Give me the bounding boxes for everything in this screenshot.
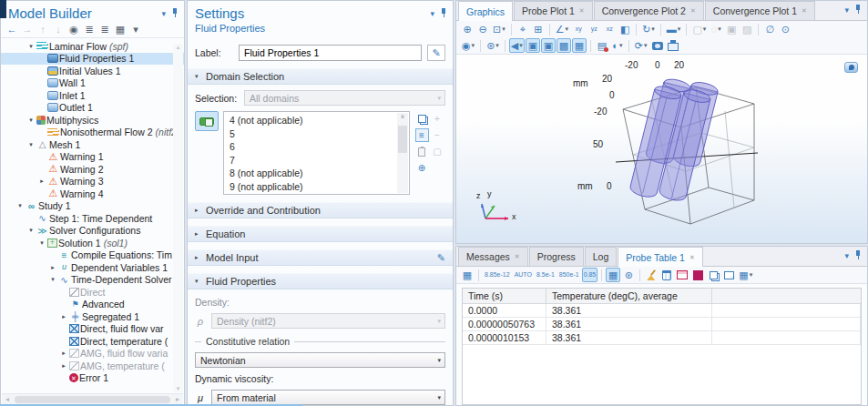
mb-tool-move-down[interactable]: ↓ bbox=[51, 22, 66, 36]
tree-item-warning-1[interactable]: Warning 1 bbox=[1, 151, 184, 164]
tree-item-direct-temperature[interactable]: Direct, temperature ( bbox=[1, 335, 184, 348]
domain-list-item[interactable]: 9 (not applicable) bbox=[224, 180, 396, 194]
table-row[interactable]: 0.00000050763 38.361 bbox=[463, 318, 861, 331]
scroll-up-icon[interactable]: ▴ bbox=[173, 44, 183, 51]
domain-list[interactable]: ▴ ▾ 4 (not applicable) 5 6 7 8 (not appl… bbox=[223, 111, 410, 195]
expander-icon[interactable]: ▾ bbox=[26, 43, 36, 50]
tree-item-inlet-1[interactable]: Inlet 1 bbox=[1, 89, 184, 102]
scroll-left-icon[interactable]: ◂ bbox=[2, 395, 13, 403]
tree-item-error-1[interactable]: Error 1 bbox=[1, 372, 184, 385]
tree-item-amg-fluid-flow[interactable]: ▸ AMG, fluid flow varia bbox=[1, 348, 184, 360]
selection-tool-create-selection[interactable] bbox=[415, 112, 429, 126]
tree-item-outlet-1[interactable]: Outlet 1 bbox=[1, 102, 184, 115]
tree-item-solution-1[interactable]: ▾ Solution 1 (sol1) bbox=[1, 237, 184, 249]
table-tool-delete-table[interactable] bbox=[659, 268, 674, 282]
close-tab-icon[interactable]: ✕ bbox=[690, 7, 696, 15]
section-expand-icon[interactable]: ▸ bbox=[195, 207, 206, 214]
tree-item-amg-temperature[interactable]: ▸ AMG, temperature ( bbox=[1, 360, 184, 372]
table-tool-full-view[interactable]: ⊛ bbox=[621, 268, 636, 282]
gfx-tool-view-menu[interactable]: ◉▾ bbox=[460, 38, 476, 53]
dropdown-arrow[interactable]: ▾ bbox=[502, 22, 505, 36]
close-tab-icon[interactable]: ✕ bbox=[689, 254, 695, 261]
close-tab-icon[interactable]: ✕ bbox=[802, 7, 807, 15]
tab-probe-table-1[interactable]: Probe Table 1 ✕ bbox=[618, 247, 702, 267]
tab-log[interactable]: Log bbox=[585, 247, 618, 266]
selection-tool-clear-selection[interactable]: ▢ bbox=[431, 145, 444, 158]
dropdown-arrow[interactable]: ▾ bbox=[495, 38, 499, 53]
gfx-tool-image-effects[interactable]: ⊛▾ bbox=[485, 38, 501, 53]
dropdown-arrow[interactable]: ▾ bbox=[750, 268, 753, 282]
tree-horizontal-scrollbar[interactable]: ◂ ▸ bbox=[2, 393, 183, 404]
table-tool-full-precision[interactable]: 8.85e-12 bbox=[483, 268, 512, 282]
scrollbar-thumb[interactable] bbox=[15, 396, 170, 403]
gfx-tool-show-material-color[interactable]: ▩ bbox=[557, 38, 571, 53]
gfx-tool-select-box[interactable]: ▢▾ bbox=[690, 22, 708, 36]
table-tool-export-table[interactable] bbox=[721, 268, 736, 282]
mb-tool-expand-all[interactable]: ≣ bbox=[97, 22, 112, 36]
domain-list-item[interactable]: 5 bbox=[224, 127, 396, 141]
gfx-tool-snapshot[interactable] bbox=[650, 38, 665, 53]
selection-tool-add-to-selection[interactable]: + bbox=[431, 112, 444, 126]
expander-icon[interactable]: ▸ bbox=[59, 362, 68, 370]
table-row[interactable]: 0.0000010153 38.361 bbox=[463, 331, 861, 345]
domain-list-item[interactable]: 8 (not applicable) bbox=[224, 167, 396, 180]
gfx-tool-view-yz[interactable]: yz bbox=[587, 22, 601, 36]
panel-menu-icon[interactable]: ▾ bbox=[844, 251, 849, 260]
panel-menu-icon[interactable]: ▾ bbox=[844, 5, 849, 15]
tree-item-time-dependent-solver[interactable]: ▾ Time-Dependent Solver bbox=[1, 274, 184, 287]
tree-item-direct[interactable]: Direct bbox=[1, 286, 184, 299]
tree-item-laminar-flow[interactable]: ▾ Laminar Flow (spf) bbox=[1, 40, 184, 53]
dropdown-arrow[interactable]: ▾ bbox=[472, 38, 475, 53]
table-tool-clear-table[interactable] bbox=[644, 268, 659, 282]
label-input[interactable] bbox=[239, 45, 422, 61]
scroll-right-icon[interactable]: ▸ bbox=[172, 395, 183, 403]
selection-tool-copy-clipboard[interactable] bbox=[415, 145, 429, 158]
tree-vertical-scrollbar[interactable]: ▴ ▾ bbox=[173, 44, 183, 392]
pin-icon[interactable] bbox=[854, 5, 862, 15]
tab-progress[interactable]: Progress bbox=[529, 247, 584, 266]
mb-tool-toolbar-menu[interactable]: ▾ bbox=[128, 22, 143, 36]
gfx-tool-zoom-in[interactable]: ⊕ bbox=[460, 22, 475, 36]
table-row[interactable]: 0.0000 38.361 bbox=[463, 304, 861, 318]
gfx-tool-view-xy[interactable]: xy bbox=[571, 22, 586, 36]
dropdown-arrow[interactable]: ▾ bbox=[703, 22, 707, 36]
tree-item-segregated-1[interactable]: ▸ Segregated 1 bbox=[1, 310, 184, 323]
table-tool-update-table[interactable] bbox=[675, 268, 689, 282]
section-model-input[interactable]: ▸ Model Input ✎ bbox=[188, 249, 453, 266]
table-tool-more-tables[interactable]: ▦▾ bbox=[737, 268, 754, 282]
panel-menu-icon[interactable]: ▾ bbox=[430, 9, 434, 18]
tree-item-nonisothermal-flow-2[interactable]: Nonisothermal Flow 2 (nitf2 bbox=[1, 127, 184, 139]
tab-convergence-plot-2[interactable]: Convergence Plot 2 ✕ bbox=[594, 1, 704, 20]
close-tab-icon[interactable]: ✕ bbox=[515, 253, 520, 260]
gfx-tool-zoom-out[interactable]: ⊖ bbox=[475, 22, 490, 36]
gfx-tool-deselect-lasso[interactable]: ▨ bbox=[740, 22, 754, 36]
tab-convergence-plot-1[interactable]: Convergence Plot 1 ✕ bbox=[705, 1, 815, 20]
mb-tool-node-text-options[interactable]: ▦ bbox=[113, 22, 128, 36]
table-tool-engineering-notation[interactable]: 850e-1 bbox=[557, 268, 581, 282]
dropdown-arrow[interactable]: ▾ bbox=[678, 22, 681, 36]
table-tool-automatic-notation[interactable]: AUTO bbox=[513, 268, 534, 282]
expander-icon[interactable]: ▾ bbox=[37, 239, 46, 247]
gfx-tool-zoom-box[interactable]: ⊡▾ bbox=[491, 22, 507, 36]
gfx-tool-zoom-session[interactable]: ⊙ bbox=[778, 22, 792, 36]
tree-item-advanced[interactable]: Advanced bbox=[1, 299, 184, 311]
domain-list-item[interactable]: 6 bbox=[224, 140, 396, 154]
section-expand-icon[interactable]: ▸ bbox=[195, 230, 206, 238]
expander-icon[interactable]: ▾ bbox=[26, 117, 36, 124]
tree-item-study-1[interactable]: ▾ Study 1 bbox=[1, 200, 184, 213]
table-tool-scientific-notation[interactable]: 8.5e-1 bbox=[535, 268, 557, 282]
section-equation[interactable]: ▸ Equation bbox=[188, 226, 453, 242]
gfx-tool-color-theme[interactable]: ◐▾ bbox=[610, 38, 625, 53]
tree-item-warning-3[interactable]: ▸ Warning 3 bbox=[1, 176, 184, 188]
tab-probe-plot-1[interactable]: Probe Plot 1 ✕ bbox=[514, 1, 593, 20]
gfx-tool-view-xz[interactable]: xz bbox=[602, 22, 617, 36]
active-toggle-button[interactable] bbox=[195, 111, 219, 131]
table-tool-table-format[interactable]: ▦ bbox=[460, 268, 475, 282]
selection-tool-zoom-to-selection[interactable]: ⊕ bbox=[415, 161, 429, 175]
gfx-tool-select-lasso[interactable]: ◌▾ bbox=[709, 22, 723, 36]
gfx-tool-show-skybox[interactable]: ▣ bbox=[541, 38, 556, 53]
graphics-canvas[interactable]: -20 0 20 mm 20 0 -20 50 mm 0 bbox=[456, 55, 867, 243]
tree-item-fluid-properties-1[interactable]: Fluid Properties 1 bbox=[1, 53, 184, 66]
tab-messages[interactable]: Messages ✕ bbox=[458, 247, 528, 266]
column-header-temperature[interactable]: Temperature (degC), average bbox=[546, 289, 712, 303]
